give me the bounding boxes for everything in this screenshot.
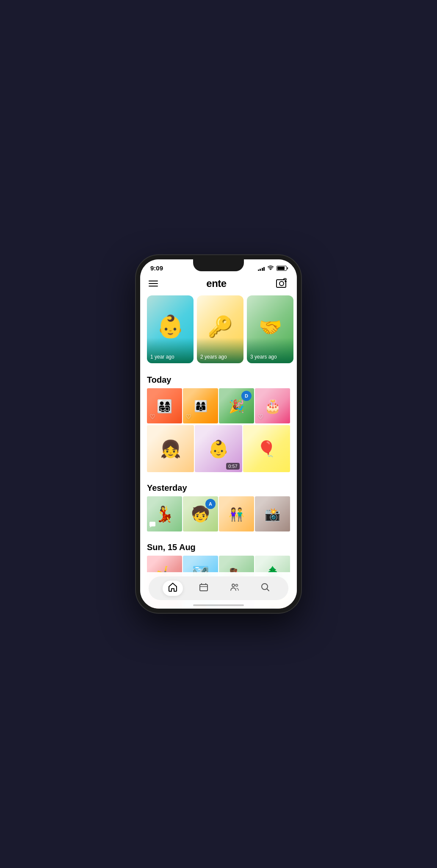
nav-item-search[interactable] — [255, 581, 275, 596]
main-content[interactable]: 👶 1 year ago 🔑 2 years ago — [140, 295, 297, 609]
section-today-title: Today — [147, 375, 171, 384]
nav-item-home[interactable] — [163, 581, 183, 596]
photo-yesterday-1[interactable] — [147, 496, 182, 531]
home-indicator — [193, 604, 244, 606]
heart-icon-4: ♡ — [257, 413, 263, 421]
menu-button[interactable] — [149, 281, 158, 287]
albums-icon — [199, 582, 209, 594]
section-aug15-title: Sun, 15 Aug — [147, 542, 196, 552]
photo-today-4[interactable]: ♡ — [255, 388, 290, 423]
photo-today-6[interactable]: 0:57 — [195, 425, 242, 472]
app-header: ente — [140, 273, 297, 295]
photo-yesterday-4[interactable] — [255, 496, 290, 531]
search-icon — [260, 582, 270, 594]
heart-icon-1: ♡ — [149, 413, 155, 421]
section-yesterday-title: Yesterday — [147, 483, 187, 492]
people-icon — [230, 582, 240, 594]
video-duration: 0:57 — [226, 463, 239, 470]
nav-pill — [149, 576, 288, 600]
photo-today-3[interactable]: D — [219, 388, 254, 423]
notch — [193, 259, 244, 271]
photo-today-5[interactable] — [147, 425, 194, 472]
phone-screen: 9:09 — [140, 259, 297, 609]
nav-item-albums[interactable] — [194, 581, 214, 596]
svg-point-0 — [270, 269, 271, 270]
app-title: ente — [206, 278, 226, 289]
section-aug15: Sun, 15 Aug — [140, 537, 297, 556]
photo-today-1[interactable]: ♡ — [147, 388, 182, 423]
svg-point-7 — [232, 584, 235, 587]
section-yesterday: Yesterday — [140, 478, 297, 496]
status-icons — [258, 265, 287, 271]
photo-yesterday-3[interactable] — [219, 496, 254, 531]
signal-icon — [258, 266, 265, 271]
photo-today-2[interactable]: ♡ — [183, 388, 218, 423]
memory-label-3: 3 years ago — [250, 354, 277, 360]
nav-item-people[interactable] — [224, 581, 245, 596]
svg-rect-6 — [200, 584, 207, 591]
chat-icon — [149, 522, 156, 529]
phone-frame: 9:09 — [136, 255, 301, 613]
add-photo-button[interactable] — [275, 277, 288, 290]
avatar-badge-D: D — [241, 391, 252, 401]
status-time: 9:09 — [150, 264, 163, 272]
memory-label-1: 1 year ago — [150, 354, 174, 360]
svg-point-8 — [235, 584, 238, 587]
bottom-nav — [140, 572, 297, 609]
memory-label-2: 2 years ago — [200, 354, 227, 360]
heart-icon-2: ♡ — [185, 413, 191, 421]
memories-strip[interactable]: 👶 1 year ago 🔑 2 years ago — [140, 295, 297, 370]
section-today: Today — [140, 370, 297, 388]
battery-icon — [277, 266, 287, 271]
photo-yesterday-2[interactable]: A — [183, 496, 218, 531]
memory-card-1[interactable]: 👶 1 year ago — [147, 295, 194, 363]
home-icon — [168, 582, 178, 594]
memory-card-3[interactable]: 🤝 3 years ago — [247, 295, 293, 363]
svg-rect-1 — [277, 280, 286, 287]
photo-today-7[interactable] — [243, 425, 290, 472]
svg-rect-5 — [149, 522, 155, 526]
avatar-badge-A: A — [205, 499, 216, 509]
yesterday-row-1: A — [140, 496, 297, 532]
wifi-icon — [267, 265, 274, 271]
today-row-1: ♡ ♡ D ♡ — [140, 388, 297, 424]
today-row-2: 0:57 — [140, 425, 297, 473]
memory-card-2[interactable]: 🔑 2 years ago — [197, 295, 243, 363]
svg-point-2 — [279, 281, 284, 286]
